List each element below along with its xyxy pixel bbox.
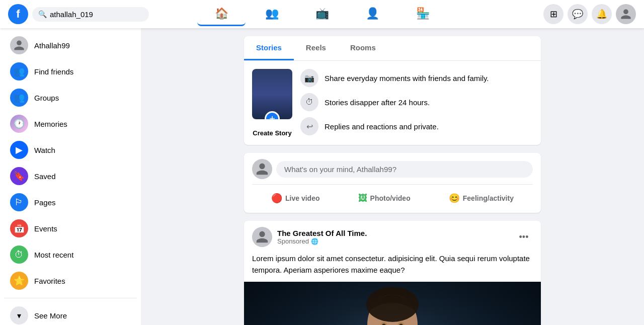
sidebar-item-favorites[interactable]: ⭐ Favorites (4, 268, 137, 294)
tab-rooms[interactable]: Rooms (338, 36, 388, 60)
post-box-top: What's on your mind, Athallah99? (252, 159, 533, 179)
story-timer-icon: ⏱ (300, 93, 318, 111)
groups-icon: 👥 (10, 89, 28, 107)
avatar-icon (13, 39, 25, 51)
photo-video-icon: 🖼 (358, 193, 367, 204)
create-story-label: Create Story (253, 129, 291, 137)
feed-content: Stories Reels Rooms + Create Story (244, 36, 541, 325)
marketplace-icon: 🏪 (416, 7, 430, 20)
facebook-logo: f (8, 4, 28, 24)
story-info-text-1: Share everyday moments with friends and … (325, 74, 489, 83)
story-info-2: ⏱ Stories disapper after 24 hours. (300, 93, 533, 111)
sidebar-item-events[interactable]: 📅 Events (4, 215, 137, 241)
stories-body: + Create Story 📷 Share everyday moments … (244, 61, 541, 145)
sidebar-item-label: Favorites (34, 277, 65, 285)
post-avatar-icon (255, 162, 269, 176)
sidebar-item-label: Memories (34, 120, 67, 128)
sidebar-item-pages[interactable]: 🏳 Pages (4, 189, 137, 215)
sidebar-divider (4, 298, 137, 298)
feed-post: The Greatest Of All Time. Sponsored 🌐 ••… (244, 221, 541, 325)
post-user-avatar-feed (252, 227, 272, 247)
apps-button[interactable]: ⊞ (543, 4, 564, 24)
svg-rect-12 (244, 282, 541, 325)
pages-icon: 🏳 (10, 193, 28, 211)
sidebar-item-saved[interactable]: 🔖 Saved (4, 163, 137, 189)
post-text: Lorem ipsum dolor sit amet consectetur. … (244, 253, 541, 282)
sidebar-item-label: Watch (34, 146, 55, 154)
sidebar-item-label: Saved (34, 172, 56, 181)
story-reply-icon: ↩ (300, 117, 318, 135)
post-meta: Sponsored 🌐 (277, 237, 510, 245)
sidebar-item-label: Most recent (34, 251, 73, 259)
post-user-avatar-icon (255, 230, 269, 244)
story-info-text-3: Replies and reactions and private. (325, 122, 439, 131)
sidebar-item-label: Groups (34, 94, 59, 102)
post-user-info: The Greatest Of All Time. Sponsored 🌐 (277, 229, 510, 245)
notifications-button[interactable]: 🔔 (592, 4, 612, 24)
stories-card: Stories Reels Rooms + Create Story (244, 36, 541, 145)
post-image: QATAR (244, 282, 541, 325)
stories-tabs: Stories Reels Rooms (244, 36, 541, 61)
post-input[interactable]: What's on your mind, Athallah99? (276, 161, 533, 178)
post-header: The Greatest Of All Time. Sponsored 🌐 ••… (244, 221, 541, 253)
friends-icon: 👥 (265, 7, 279, 20)
home-icon: 🏠 (215, 7, 228, 20)
page-layout: Athallah99 👥 Find friends 👥 Groups 🕐 Mem… (0, 28, 644, 325)
main-feed: Stories Reels Rooms + Create Story (141, 28, 644, 325)
saved-icon: 🔖 (10, 167, 28, 185)
post-box-actions: 🔴 Live video 🖼 Photo/video 😊 Feeling/act… (252, 190, 533, 207)
watch-icon: 📺 (315, 7, 329, 20)
events-icon: 📅 (10, 219, 28, 237)
feeling-activity-action[interactable]: 😊 Feeling/activity (443, 190, 520, 207)
sidebar-item-watch[interactable]: ▶ Watch (4, 137, 137, 163)
messenger-button[interactable]: 💬 (568, 4, 588, 24)
live-video-action[interactable]: 🔴 Live video (265, 190, 326, 207)
live-video-label: Live video (285, 194, 319, 202)
nav-friends-button[interactable]: 👥 (248, 2, 296, 26)
search-input[interactable] (50, 10, 143, 19)
sidebar-item-most-recent[interactable]: ⏱ Most recent (4, 241, 137, 268)
groups-icon: 👤 (366, 7, 379, 20)
see-more-label: See More (34, 311, 67, 320)
post-sponsored-label: Sponsored (277, 237, 309, 245)
more-dots-icon: ••• (519, 232, 529, 242)
sidebar-item-memories[interactable]: 🕐 Memories (4, 111, 137, 137)
stories-info: 📷 Share everyday moments with friends an… (300, 69, 533, 135)
tab-reels[interactable]: Reels (294, 36, 338, 60)
story-share-icon: 📷 (300, 69, 318, 87)
messenger-icon: 💬 (572, 9, 583, 20)
most-recent-icon: ⏱ (10, 246, 28, 264)
post-box: What's on your mind, Athallah99? 🔴 Live … (244, 153, 541, 213)
globe-icon: 🌐 (311, 238, 318, 245)
create-story-card[interactable]: + Create Story (252, 69, 292, 137)
user-avatar-nav[interactable] (616, 4, 636, 24)
search-bar[interactable]: 🔍 (32, 7, 149, 22)
user-avatar-icon (620, 8, 632, 20)
sidebar-item-label: Events (34, 224, 57, 233)
sidebar-item-profile[interactable]: Athallah99 (4, 32, 137, 58)
post-user-avatar (252, 159, 272, 179)
nav-home-button[interactable]: 🏠 (197, 2, 246, 26)
search-icon: 🔍 (38, 10, 47, 18)
see-more-button[interactable]: ▾ See More (4, 302, 137, 325)
live-video-icon: 🔴 (271, 193, 282, 204)
see-more-icon: ▾ (10, 306, 28, 324)
create-story-image: + (252, 69, 292, 119)
sidebar-item-label: Find friends (34, 67, 73, 76)
watch-icon-sidebar: ▶ (10, 141, 28, 159)
story-info-3: ↩ Replies and reactions and private. (300, 117, 533, 135)
story-info-text-2: Stories disapper after 24 hours. (325, 98, 430, 107)
post-username: The Greatest Of All Time. (277, 229, 510, 237)
feeling-icon: 😊 (449, 193, 460, 204)
sidebar: Athallah99 👥 Find friends 👥 Groups 🕐 Mem… (0, 28, 141, 325)
sidebar-item-find-friends[interactable]: 👥 Find friends (4, 58, 137, 85)
sidebar-item-groups[interactable]: 👥 Groups (4, 85, 137, 111)
photo-video-action[interactable]: 🖼 Photo/video (352, 190, 417, 207)
nav-center: 🏠 👥 📺 👤 🏪 (149, 2, 495, 26)
nav-watch-button[interactable]: 📺 (298, 2, 346, 26)
top-nav: f 🔍 🏠 👥 📺 👤 🏪 ⊞ 💬 🔔 (0, 0, 644, 28)
tab-stories[interactable]: Stories (244, 36, 294, 60)
nav-marketplace-button[interactable]: 🏪 (398, 2, 447, 26)
post-more-button[interactable]: ••• (515, 228, 533, 246)
nav-groups-button[interactable]: 👤 (348, 2, 396, 26)
